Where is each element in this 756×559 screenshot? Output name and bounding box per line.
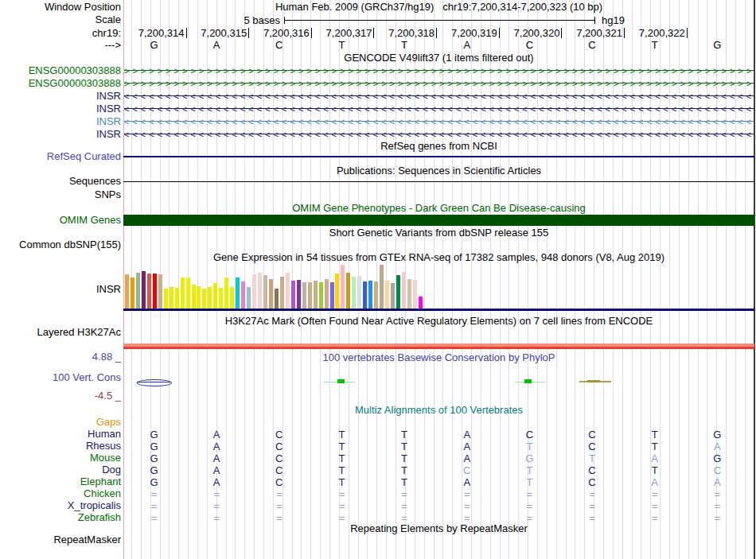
gtex-tissue-bar[interactable] xyxy=(197,286,201,309)
sequences-item[interactable] xyxy=(123,181,754,182)
multiz-species-Human[interactable]: Human xyxy=(88,429,121,440)
gtex-tissue-bar[interactable] xyxy=(380,265,384,309)
gtex-tissue-bar[interactable] xyxy=(164,289,168,309)
gtex-tissue-bar[interactable] xyxy=(319,282,323,309)
gtex-tissue-bar[interactable] xyxy=(236,278,240,309)
gtex-tissue-bar[interactable] xyxy=(131,278,134,309)
gtex-tissue-bar[interactable] xyxy=(314,281,318,309)
gtex-tissue-bar[interactable] xyxy=(302,282,306,309)
gtex-tissue-bar[interactable] xyxy=(363,281,367,309)
gtex-tissue-bar[interactable] xyxy=(297,280,301,309)
gtex-tissue-bar[interactable] xyxy=(181,278,185,309)
refseq-track-header: RefSeq genes from NCBI xyxy=(123,141,754,152)
common-dbsnp-label[interactable]: Common dbSNP(155) xyxy=(19,239,121,250)
gene-row-INSR[interactable]: <<<<<<<<<<<<<<<<<<<<<<<<<<<<<<<<<<<<<<<<… xyxy=(124,115,754,128)
gtex-tissue-bar[interactable] xyxy=(402,272,406,309)
gtex-tissue-bar[interactable] xyxy=(391,283,395,309)
repeatmasker-label[interactable]: RepeatMasker xyxy=(53,534,121,545)
gtex-tissue-bar[interactable] xyxy=(280,277,284,309)
gtex-tissue-bar[interactable] xyxy=(175,288,179,309)
multiz-cell: T xyxy=(624,441,686,452)
gtex-tissue-bar[interactable] xyxy=(368,281,372,309)
gtex-tissue-bar[interactable] xyxy=(325,279,329,309)
gtex-tissue-bar[interactable] xyxy=(158,274,162,309)
multiz-species-Dog[interactable]: Dog xyxy=(102,464,121,476)
phylop-track-label[interactable]: 100 Vert. Cons xyxy=(53,372,121,383)
gtex-tissue-bar[interactable] xyxy=(142,271,146,309)
gtex-tissue-bar[interactable] xyxy=(125,274,129,309)
refseq-curated-label[interactable]: RefSeq Curated xyxy=(47,151,121,162)
snps-label[interactable]: SNPs xyxy=(95,189,121,200)
phylop-track-header: 100 vertebrates Basewise Conservation by… xyxy=(123,352,754,363)
layered-h3k27ac-label[interactable]: Layered H3K27Ac xyxy=(37,327,121,338)
gtex-gene-label[interactable]: INSR xyxy=(96,284,121,295)
gtex-tissue-bar[interactable] xyxy=(252,274,256,309)
multiz-species-Rhesus[interactable]: Rhesus xyxy=(86,441,121,452)
refseq-curated-item[interactable] xyxy=(123,156,754,157)
gtex-tissue-bar[interactable] xyxy=(170,287,173,309)
gtex-tissue-bar[interactable] xyxy=(258,273,262,309)
gtex-tissue-bar[interactable] xyxy=(241,281,245,309)
gtex-tissue-bar[interactable] xyxy=(407,279,411,309)
gtex-tissue-bar[interactable] xyxy=(219,288,223,309)
multiz-species-Chicken[interactable]: Chicken xyxy=(84,488,121,499)
gtex-tissue-bar[interactable] xyxy=(213,283,217,309)
gtex-tissue-bar[interactable] xyxy=(346,273,350,309)
multiz-species-Elephant[interactable]: Elephant xyxy=(80,476,121,487)
gtex-tissue-bar[interactable] xyxy=(192,285,196,309)
multiz-cell: A xyxy=(436,441,498,452)
gene-row-INSR[interactable]: <<<<<<<<<<<<<<<<<<<<<<<<<<<<<<<<<<<<<<<<… xyxy=(124,90,754,103)
multiz-species-Mouse[interactable]: Mouse xyxy=(90,452,121,464)
gene-row-INSR[interactable]: <<<<<<<<<<<<<<<<<<<<<<<<<<<<<<<<<<<<<<<<… xyxy=(124,128,754,141)
gtex-tissue-bar[interactable] xyxy=(308,282,312,309)
gtex-tissue-bar[interactable] xyxy=(263,275,267,309)
omim-gene-bar[interactable] xyxy=(123,215,754,226)
gtex-tissue-bar[interactable] xyxy=(396,275,400,309)
gene-row-ENSG00000303888[interactable]: >>>>>>>>>>>>>>>>>>>>>>>>>>>>>>>>>>>>>>>>… xyxy=(124,64,754,77)
gtex-tissue-bar[interactable] xyxy=(286,273,290,309)
gtex-tissue-bar[interactable] xyxy=(269,279,273,309)
gtex-tissue-bar[interactable] xyxy=(208,287,212,309)
phylop-mark-positive[interactable] xyxy=(524,379,532,383)
gtex-tissue-bar[interactable] xyxy=(352,277,356,309)
gtex-tissue-bar[interactable] xyxy=(147,274,151,309)
multiz-species-Gaps[interactable]: Gaps xyxy=(96,417,121,428)
gene-label-ENSG00000303888[interactable]: ENSG00000303888 xyxy=(29,65,121,76)
multiz-species-X_tropicalis[interactable]: X_tropicalis xyxy=(68,500,121,511)
gene-label-INSR[interactable]: INSR xyxy=(96,103,121,115)
gene-row-INSR[interactable]: <<<<<<<<<<<<<<<<<<<<<<<<<<<<<<<<<<<<<<<<… xyxy=(124,103,754,115)
gtex-tissue-bar[interactable] xyxy=(230,287,234,309)
gtex-tissue-bar[interactable] xyxy=(330,282,334,309)
gtex-tissue-bar[interactable] xyxy=(247,287,251,309)
gtex-tissue-bar[interactable] xyxy=(275,289,279,309)
multiz-cell: C xyxy=(248,429,310,441)
phylop-mark-negative-line xyxy=(137,382,170,382)
gene-row-ENSG00000303888[interactable]: >>>>>>>>>>>>>>>>>>>>>>>>>>>>>>>>>>>>>>>>… xyxy=(124,77,754,90)
gene-label-INSR[interactable]: INSR xyxy=(96,129,121,140)
gtex-tissue-bar[interactable] xyxy=(202,289,206,309)
gene-label-ENSG00000303888[interactable]: ENSG00000303888 xyxy=(29,78,121,89)
multiz-cell: T xyxy=(310,441,372,452)
gtex-tissue-bar[interactable] xyxy=(385,281,389,309)
gtex-tissue-bar[interactable] xyxy=(413,280,417,309)
sequences-label[interactable]: Sequences xyxy=(69,176,121,187)
phylop-mark-negative[interactable] xyxy=(137,379,172,386)
gtex-tissue-bar[interactable] xyxy=(153,274,157,309)
gtex-tissue-bar[interactable] xyxy=(341,265,345,309)
omim-genes-label[interactable]: OMIM Genes xyxy=(60,215,121,226)
gtex-tissue-bar[interactable] xyxy=(374,281,378,309)
gtex-tissue-bar[interactable] xyxy=(357,276,361,309)
multiz-cell: = xyxy=(185,488,247,500)
multiz-species-Zebrafish[interactable]: Zebrafish xyxy=(78,512,121,523)
gtex-tissue-bar[interactable] xyxy=(335,274,339,309)
phylop-mark-positive[interactable] xyxy=(337,379,345,383)
gene-label-INSR[interactable]: INSR xyxy=(96,91,121,102)
gtex-tissue-bar[interactable] xyxy=(419,297,423,309)
h3k27ac-signal-bar[interactable] xyxy=(123,344,754,349)
gtex-tissue-bar[interactable] xyxy=(224,278,228,309)
gtex-tissue-bar[interactable] xyxy=(186,278,190,309)
multiz-cell: G xyxy=(123,464,185,476)
gene-label-INSR[interactable]: INSR xyxy=(96,116,121,127)
gtex-tissue-bar[interactable] xyxy=(136,273,140,309)
gtex-tissue-bar[interactable] xyxy=(291,281,295,309)
